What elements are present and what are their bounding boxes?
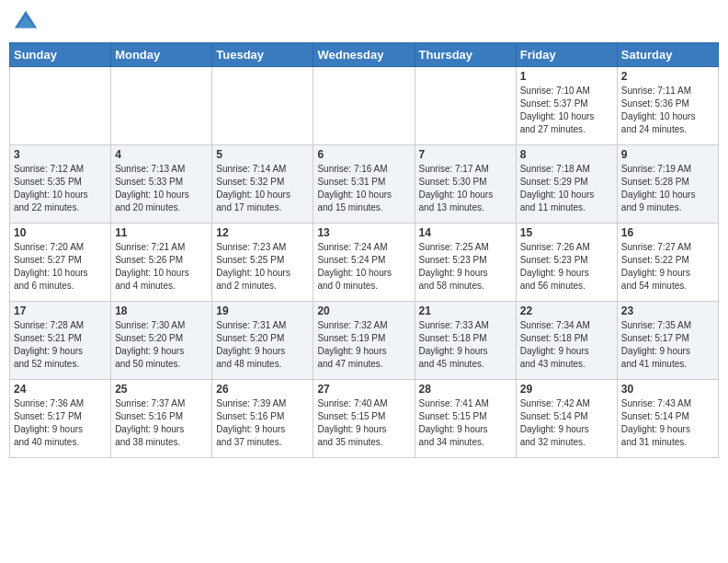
day-number: 30 [621,383,714,396]
calendar-day-cell: 4Sunrise: 7:13 AM Sunset: 5:33 PM Daylig… [111,145,212,224]
day-info: Sunrise: 7:21 AM Sunset: 5:26 PM Dayligh… [115,241,208,293]
day-number: 1 [520,70,613,83]
calendar-day-cell: 22Sunrise: 7:34 AM Sunset: 5:18 PM Dayli… [516,302,617,380]
calendar-day-cell: 19Sunrise: 7:31 AM Sunset: 5:20 PM Dayli… [212,302,313,380]
calendar-day-cell: 28Sunrise: 7:41 AM Sunset: 5:15 PM Dayli… [415,380,516,458]
day-info: Sunrise: 7:26 AM Sunset: 5:23 PM Dayligh… [520,241,613,293]
calendar-day-cell: 17Sunrise: 7:28 AM Sunset: 5:21 PM Dayli… [10,302,111,380]
day-info: Sunrise: 7:36 AM Sunset: 5:17 PM Dayligh… [14,397,107,449]
calendar-day-header: Monday [111,43,212,67]
calendar-week-row: 1Sunrise: 7:10 AM Sunset: 5:37 PM Daylig… [10,67,719,145]
day-info: Sunrise: 7:37 AM Sunset: 5:16 PM Dayligh… [115,397,208,449]
day-info: Sunrise: 7:20 AM Sunset: 5:27 PM Dayligh… [14,241,107,293]
day-info: Sunrise: 7:33 AM Sunset: 5:18 PM Dayligh… [419,319,512,371]
day-info: Sunrise: 7:31 AM Sunset: 5:20 PM Dayligh… [216,319,309,371]
day-number: 14 [419,226,512,239]
calendar-day-cell: 16Sunrise: 7:27 AM Sunset: 5:22 PM Dayli… [617,224,718,302]
calendar-day-cell: 12Sunrise: 7:23 AM Sunset: 5:25 PM Dayli… [212,224,313,302]
day-number: 7 [419,148,512,161]
day-number: 4 [115,148,208,161]
day-info: Sunrise: 7:16 AM Sunset: 5:31 PM Dayligh… [317,163,410,214]
calendar-day-cell: 1Sunrise: 7:10 AM Sunset: 5:37 PM Daylig… [516,67,617,145]
day-info: Sunrise: 7:42 AM Sunset: 5:14 PM Dayligh… [520,397,613,449]
day-info: Sunrise: 7:28 AM Sunset: 5:21 PM Dayligh… [14,319,107,371]
day-number: 25 [115,383,208,396]
logo-icon [13,9,39,35]
day-info: Sunrise: 7:11 AM Sunset: 5:36 PM Dayligh… [621,85,714,136]
page-header [9,9,719,35]
day-info: Sunrise: 7:32 AM Sunset: 5:19 PM Dayligh… [317,319,410,371]
calendar-day-cell: 27Sunrise: 7:40 AM Sunset: 5:15 PM Dayli… [313,380,415,458]
calendar-day-cell: 24Sunrise: 7:36 AM Sunset: 5:17 PM Dayli… [10,380,111,458]
calendar-day-cell: 10Sunrise: 7:20 AM Sunset: 5:27 PM Dayli… [10,224,111,302]
calendar-day-cell: 3Sunrise: 7:12 AM Sunset: 5:35 PM Daylig… [10,145,111,224]
calendar-day-cell: 2Sunrise: 7:11 AM Sunset: 5:36 PM Daylig… [617,67,718,145]
day-info: Sunrise: 7:17 AM Sunset: 5:30 PM Dayligh… [419,163,512,214]
calendar-day-cell: 29Sunrise: 7:42 AM Sunset: 5:14 PM Dayli… [516,380,617,458]
day-number: 3 [14,148,107,161]
day-info: Sunrise: 7:35 AM Sunset: 5:17 PM Dayligh… [621,319,714,371]
calendar-day-cell: 26Sunrise: 7:39 AM Sunset: 5:16 PM Dayli… [212,380,313,458]
day-number: 17 [14,304,107,317]
calendar-day-cell [415,67,516,145]
day-info: Sunrise: 7:30 AM Sunset: 5:20 PM Dayligh… [115,319,208,371]
calendar-day-cell: 5Sunrise: 7:14 AM Sunset: 5:32 PM Daylig… [212,145,313,224]
calendar-day-cell: 21Sunrise: 7:33 AM Sunset: 5:18 PM Dayli… [415,302,516,380]
day-info: Sunrise: 7:10 AM Sunset: 5:37 PM Dayligh… [520,85,613,136]
calendar-day-cell [313,67,415,145]
day-number: 21 [419,304,512,317]
calendar-week-row: 10Sunrise: 7:20 AM Sunset: 5:27 PM Dayli… [10,224,719,302]
logo [13,9,42,35]
calendar-day-cell: 23Sunrise: 7:35 AM Sunset: 5:17 PM Dayli… [617,302,718,380]
day-info: Sunrise: 7:24 AM Sunset: 5:24 PM Dayligh… [317,241,410,293]
day-number: 29 [520,383,613,396]
calendar-week-row: 3Sunrise: 7:12 AM Sunset: 5:35 PM Daylig… [10,145,719,224]
day-number: 15 [520,226,613,239]
day-info: Sunrise: 7:18 AM Sunset: 5:29 PM Dayligh… [520,163,613,214]
calendar-day-cell: 18Sunrise: 7:30 AM Sunset: 5:20 PM Dayli… [111,302,212,380]
day-number: 10 [14,226,107,239]
day-number: 11 [115,226,208,239]
day-number: 28 [419,383,512,396]
calendar-day-cell: 13Sunrise: 7:24 AM Sunset: 5:24 PM Dayli… [313,224,415,302]
day-info: Sunrise: 7:14 AM Sunset: 5:32 PM Dayligh… [216,163,309,214]
calendar-day-header: Sunday [10,43,111,67]
calendar-day-cell: 6Sunrise: 7:16 AM Sunset: 5:31 PM Daylig… [313,145,415,224]
calendar-day-cell: 11Sunrise: 7:21 AM Sunset: 5:26 PM Dayli… [111,224,212,302]
day-number: 8 [520,148,613,161]
calendar-day-cell: 9Sunrise: 7:19 AM Sunset: 5:28 PM Daylig… [617,145,718,224]
calendar-day-cell [212,67,313,145]
day-number: 18 [115,304,208,317]
calendar-week-row: 17Sunrise: 7:28 AM Sunset: 5:21 PM Dayli… [10,302,719,380]
calendar-day-cell: 8Sunrise: 7:18 AM Sunset: 5:29 PM Daylig… [516,145,617,224]
day-number: 19 [216,304,309,317]
calendar-day-header: Saturday [617,43,718,67]
day-info: Sunrise: 7:39 AM Sunset: 5:16 PM Dayligh… [216,397,309,449]
day-number: 6 [317,148,410,161]
day-info: Sunrise: 7:19 AM Sunset: 5:28 PM Dayligh… [621,163,714,214]
day-number: 22 [520,304,613,317]
day-info: Sunrise: 7:43 AM Sunset: 5:14 PM Dayligh… [621,397,714,449]
calendar-day-header: Thursday [415,43,516,67]
calendar-day-header: Friday [516,43,617,67]
day-info: Sunrise: 7:34 AM Sunset: 5:18 PM Dayligh… [520,319,613,371]
day-info: Sunrise: 7:25 AM Sunset: 5:23 PM Dayligh… [419,241,512,293]
day-number: 20 [317,304,410,317]
day-info: Sunrise: 7:40 AM Sunset: 5:15 PM Dayligh… [317,397,410,449]
day-number: 9 [621,148,714,161]
day-info: Sunrise: 7:41 AM Sunset: 5:15 PM Dayligh… [419,397,512,449]
calendar-table: SundayMondayTuesdayWednesdayThursdayFrid… [9,42,719,458]
day-info: Sunrise: 7:12 AM Sunset: 5:35 PM Dayligh… [14,163,107,214]
day-number: 5 [216,148,309,161]
day-number: 16 [621,226,714,239]
day-number: 24 [14,383,107,396]
calendar-day-cell [111,67,212,145]
calendar-day-cell: 14Sunrise: 7:25 AM Sunset: 5:23 PM Dayli… [415,224,516,302]
day-info: Sunrise: 7:13 AM Sunset: 5:33 PM Dayligh… [115,163,208,214]
day-number: 23 [621,304,714,317]
calendar-day-header: Wednesday [313,43,415,67]
calendar-day-cell: 20Sunrise: 7:32 AM Sunset: 5:19 PM Dayli… [313,302,415,380]
calendar-day-cell: 30Sunrise: 7:43 AM Sunset: 5:14 PM Dayli… [617,380,718,458]
day-info: Sunrise: 7:23 AM Sunset: 5:25 PM Dayligh… [216,241,309,293]
calendar-header-row: SundayMondayTuesdayWednesdayThursdayFrid… [10,43,719,67]
